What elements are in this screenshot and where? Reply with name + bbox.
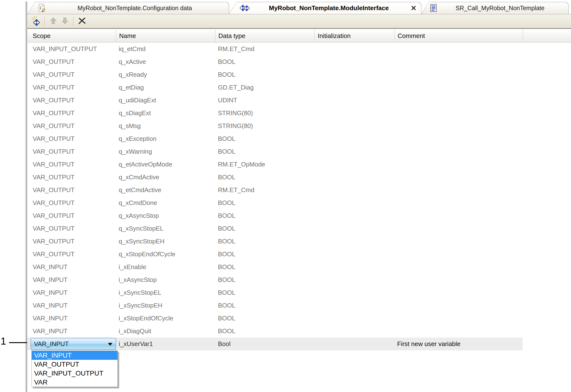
dropdown-option[interactable]: VAR_INPUT [32,351,117,360]
cell-data-type: BOOL [215,132,314,145]
table-row[interactable]: VAR_OUTPUT q_xActive BOOL [27,56,571,68]
cell-empty [523,325,571,337]
table-row[interactable]: VAR_OUTPUT q_etActiveOpMode RM.ET_OpMode [27,158,571,171]
pou-icon [430,4,437,12]
cell-name: q_udiDiagExt [116,94,215,107]
cell-empty [523,145,571,158]
window-left-border-outer [25,1,26,392]
cell-scope: VAR_OUTPUT [27,107,116,120]
new-variable-button[interactable] [30,15,42,27]
table-row[interactable]: VAR_INPUT i_xEnable BOOL [27,261,571,273]
dropdown-option[interactable]: VAR [32,378,117,387]
table-row[interactable]: VAR_INPUT i_xAsyncStop BOOL [27,273,571,286]
tab-label: SR_Call_MyRobot_NonTemplate [437,5,563,12]
cell-comment [394,120,523,132]
table-row[interactable]: VAR_OUTPUT q_xAsyncStop BOOL [27,209,571,222]
cell-initialization [314,68,394,81]
table-row[interactable]: VAR_INPUT i_xSyncStopEH BOOL [27,299,571,312]
cell-name: q_xActive [116,56,215,68]
cell-comment [394,107,523,120]
cell-empty [523,171,571,184]
cell-initialization [314,196,394,209]
table-row[interactable]: VAR_INPUT i_xSyncStopEL BOOL [27,286,571,299]
delete-button[interactable] [76,15,88,27]
move-up-button[interactable] [47,15,59,27]
cell-initialization [314,132,394,145]
cell-data-type: Bool [215,337,314,350]
cell-scope: VAR_OUTPUT [27,81,116,94]
move-down-button[interactable] [59,15,71,27]
cell-initialization [314,273,394,286]
scope-combobox[interactable]: VAR_INPUT [31,338,116,350]
table-row[interactable]: VAR_OUTPUT q_xCmdDone BOOL [27,196,571,209]
cell-initialization [314,94,394,107]
cell-name: q_etActiveOpMode [116,158,215,171]
cell-name: i_xAsyncStop [116,273,215,286]
cell-comment [394,299,523,312]
table-row[interactable]: VAR_OUTPUT q_sMsg STRING(80) [27,120,571,132]
table-header-row: Scope Name Data type Initialization Comm… [27,29,571,42]
cell-comment [394,325,523,337]
table-row[interactable]: VAR_INPUT_OUTPUT iq_etCmd RM.ET_Cmd [27,42,571,56]
table-row[interactable]: VAR_OUTPUT q_sDiagExt STRING(80) [27,107,571,120]
table-row[interactable]: VAR_OUTPUT q_udiDiagExt UDINT [27,94,571,107]
cell-data-type: STRING(80) [215,107,314,120]
table-row[interactable]: VAR_INPUT i_xStopEndOfCycle BOOL [27,312,571,325]
cell-data-type: STRING(80) [215,120,314,132]
cell-data-type: BOOL [215,235,314,248]
tab-module-interface[interactable]: MyRobot_NonTemplate.ModuleInterface [229,2,421,14]
cell-comment [394,235,523,248]
cell-empty [523,81,571,94]
cell-empty [523,261,571,273]
cell-name: q_xSyncStopEH [116,235,215,248]
cell-name: q_xStopEndOfCycle [116,248,215,261]
selected-table-row[interactable]: VAR_INPUT i_xUserVar1 Bool First new use… [27,337,523,350]
tab-configuration-data[interactable]: MyRobot_NonTemplate.Configuration data [27,2,229,14]
table-row[interactable]: VAR_OUTPUT q_xException BOOL [27,132,571,145]
table-row[interactable]: VAR_OUTPUT q_xSyncStopEH BOOL [27,235,571,248]
cell-scope: VAR_INPUT [27,273,116,286]
table-row[interactable]: VAR_OUTPUT q_etCmdActive RM.ET_Cmd [27,184,571,196]
cell-scope: VAR_OUTPUT [27,184,116,196]
cell-scope: VAR_OUTPUT [27,158,116,171]
close-icon[interactable] [411,6,416,10]
table-body: VAR_INPUT_OUTPUT iq_etCmd RM.ET_Cmd VAR_… [27,42,571,337]
toolbar-separator [73,17,74,26]
table-row[interactable]: VAR_INPUT i_xDiagQuit BOOL [27,325,571,337]
table-row[interactable]: VAR_OUTPUT q_xWarning BOOL [27,145,571,158]
cell-data-type: BOOL [215,145,314,158]
cell-scope: VAR_OUTPUT [27,196,116,209]
cell-name: i_xDiagQuit [116,325,215,337]
cell-scope: VAR_OUTPUT [27,145,116,158]
tab-sr-call[interactable]: SR_Call_MyRobot_NonTemplate [421,2,569,14]
cell-name: q_xException [116,132,215,145]
table-row[interactable]: VAR_OUTPUT q_etDiag GD.ET_Diag [27,81,571,94]
delete-x-icon [78,17,86,26]
cell-empty [523,196,571,209]
cell-name: iq_etCmd [116,42,215,56]
cell-data-type: RM.ET_Cmd [215,42,314,56]
callout-number: 1 [0,335,6,347]
cell-name: q_xAsyncStop [116,209,215,222]
cell-initialization [314,184,394,196]
cell-initialization [314,248,394,261]
cell-data-type: BOOL [215,171,314,184]
cell-scope: VAR_INPUT [27,325,116,337]
dropdown-option[interactable]: VAR_OUTPUT [32,360,117,369]
cell-empty [523,184,571,196]
cell-initialization [314,325,394,337]
table-row[interactable]: VAR_OUTPUT q_xSyncStopEL BOOL [27,222,571,235]
cell-initialization [314,312,394,325]
cell-comment [394,94,523,107]
cell-comment [394,184,523,196]
dropdown-option[interactable]: VAR_INPUT_OUTPUT [32,369,117,378]
cell-initialization [314,261,394,273]
table-row[interactable]: VAR_OUTPUT q_xCmdActive BOOL [27,171,571,184]
cell-data-type: BOOL [215,196,314,209]
table-row[interactable]: VAR_OUTPUT q_xReady BOOL [27,68,571,81]
scope-combobox-value: VAR_INPUT [34,337,69,350]
table-row[interactable]: VAR_OUTPUT q_xStopEndOfCycle BOOL [27,248,571,261]
cell-scope: VAR_INPUT [27,299,116,312]
window-left-border-inner [26,1,27,392]
cell-comment [394,56,523,68]
